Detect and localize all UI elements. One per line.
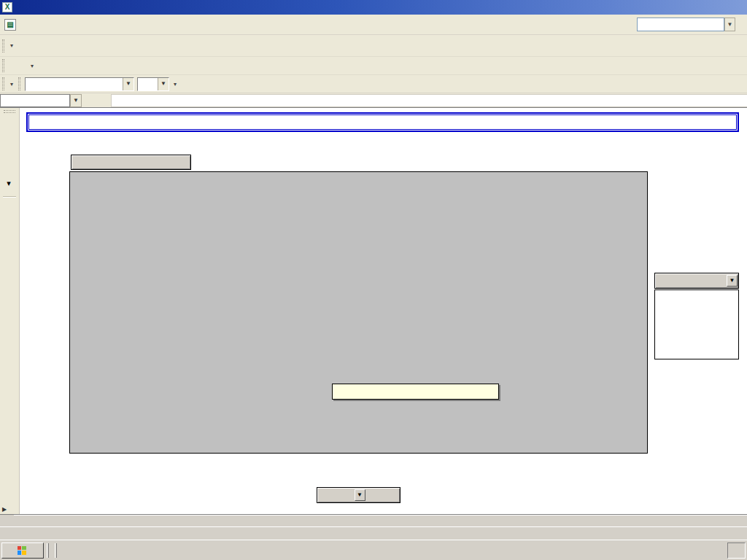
standard-toolbar: ▾ — [0, 35, 747, 57]
value-field-button[interactable] — [71, 155, 191, 170]
name-box-dropdown-icon[interactable]: ▼ — [70, 94, 82, 107]
chart-legend — [654, 289, 739, 359]
toolbar-options-icon[interactable]: ▾ — [7, 39, 16, 53]
toolbar-grip[interactable] — [2, 77, 4, 90]
font-size-select[interactable]: ▼ — [137, 77, 169, 91]
toolbar-grip[interactable] — [2, 39, 4, 52]
chevron-down-icon[interactable]: ▼ — [158, 78, 169, 90]
chevron-down-icon[interactable]: ▼ — [123, 78, 133, 90]
system-tray — [727, 542, 746, 559]
reviewing-toolbar: ▾ — [0, 57, 747, 75]
toolbar-grip[interactable] — [4, 110, 15, 113]
toolbar-grip[interactable] — [18, 77, 20, 90]
formula-bar: ▼ — [0, 93, 747, 108]
pivot-toolbar-title[interactable]: ▾ — [5, 179, 15, 188]
workbook-icon: ▤ — [4, 19, 16, 31]
data-items-dropzone[interactable] — [332, 384, 499, 400]
taskbar — [0, 540, 747, 560]
question-input[interactable] — [637, 18, 724, 31]
taskbar-separator — [47, 543, 49, 558]
sheet-nav-buttons — [0, 515, 14, 526]
pivot-chart-toolbar: ▾ ▶ — [0, 108, 20, 514]
toolbar-grip[interactable] — [2, 59, 4, 72]
page-field-dropzone-inner — [28, 114, 737, 130]
toolbar-options-icon[interactable]: ▾ — [7, 77, 16, 91]
chevron-down-icon[interactable]: ▼ — [727, 275, 738, 287]
legend-field-button[interactable]: ▼ — [654, 273, 739, 289]
excel-window: X ▤ ▼ ▾ ▾ ▾ ▼ ▼ — [0, 0, 747, 560]
sheet-tab-bar — [0, 514, 747, 526]
menu-bar: ▤ ▼ — [0, 15, 747, 35]
taskbar-separator — [55, 543, 57, 558]
chevron-down-icon[interactable]: ▼ — [355, 489, 365, 501]
page-field-dropzone[interactable] — [26, 112, 739, 132]
chart-sheet: ▾ ▶ ▼ — [0, 108, 747, 514]
separator — [3, 196, 16, 197]
formula-input[interactable] — [111, 94, 747, 107]
toolbar-options-icon[interactable]: ▾ — [28, 58, 36, 73]
title-bar: X — [0, 0, 747, 15]
toolbar-overflow-icon[interactable]: ▶ — [2, 506, 7, 513]
start-button[interactable] — [1, 542, 44, 559]
status-bar — [0, 526, 747, 540]
name-box[interactable] — [0, 94, 70, 107]
tab-scroll-area[interactable] — [14, 515, 747, 526]
windows-logo-icon — [18, 546, 26, 555]
category-field-button[interactable]: ▼ — [317, 487, 400, 503]
excel-app-icon: X — [2, 2, 12, 12]
toolbar-options-icon[interactable]: ▾ — [171, 77, 179, 91]
question-dropdown-icon[interactable]: ▼ — [724, 18, 735, 31]
font-name-select[interactable]: ▼ — [25, 77, 134, 91]
plot-area[interactable] — [69, 171, 648, 454]
formatting-toolbar: ▾ ▼ ▼ ▾ — [0, 75, 747, 93]
